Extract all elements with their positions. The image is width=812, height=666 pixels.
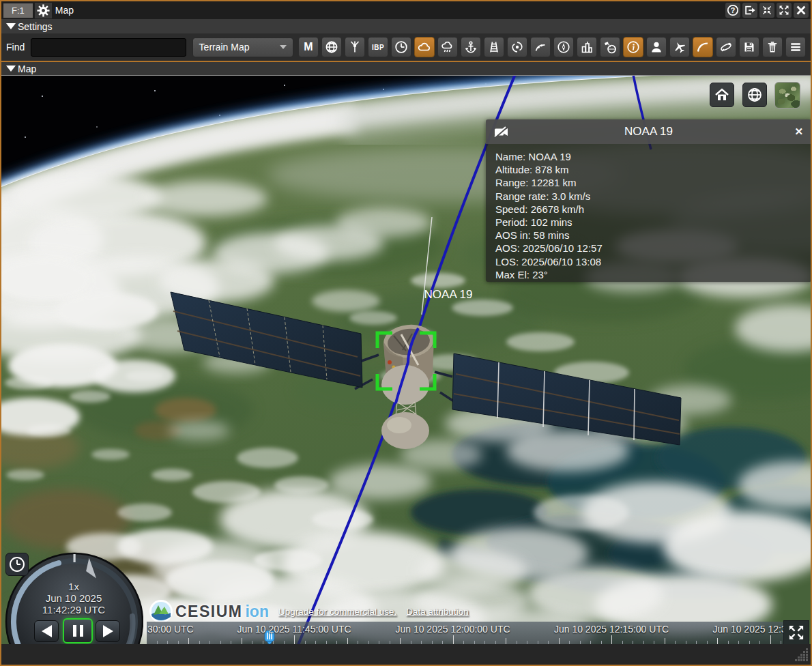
- undock-icon: [744, 4, 756, 16]
- timeline-label: Jun 10 2025 12:00:00 UTC: [395, 624, 510, 635]
- settings-section-header[interactable]: Settings: [1, 19, 811, 33]
- data-attribution-link[interactable]: Data attribution: [406, 607, 469, 617]
- realtime-clock-button[interactable]: [5, 553, 29, 576]
- toolbar-cyclone-button[interactable]: [507, 37, 527, 57]
- collapse-button[interactable]: [759, 3, 774, 18]
- timeline-label: 30:00 UTC: [147, 624, 194, 635]
- toolbar-precipitation-button[interactable]: [437, 37, 458, 57]
- timeline-tick: [294, 635, 295, 644]
- info-row-range-rate: Range rate: 3.0 km/s: [495, 190, 802, 203]
- settings-gear-button[interactable]: [35, 3, 52, 18]
- toolbar-globe-projection-button[interactable]: [321, 37, 342, 57]
- save-icon: [742, 40, 756, 54]
- cyclone-icon: [510, 40, 524, 54]
- sat-globe-icon: [603, 40, 617, 54]
- toolbar-antenna-button[interactable]: [345, 37, 365, 57]
- toolbar-aircraft-button[interactable]: [669, 37, 690, 57]
- toolbar-map-mode-label: M: [304, 41, 313, 53]
- timeline-tick: [770, 635, 771, 644]
- info-row-range: Range: 12281 km: [495, 176, 802, 189]
- help-button[interactable]: ?: [725, 3, 740, 18]
- info-row-aos: AOS: 2025/06/10 12:57: [495, 242, 802, 255]
- home-view-button[interactable]: [710, 83, 734, 107]
- toolbar-map-mode-button[interactable]: M: [298, 37, 319, 57]
- toolbar-compass-button[interactable]: [553, 37, 574, 57]
- clock-icon: [394, 40, 408, 54]
- toolbar-ibp-button[interactable]: IBP: [368, 37, 388, 57]
- toolbar-buttons: MIBP: [298, 37, 806, 57]
- plane-icon: [673, 40, 686, 54]
- globe-icon: [325, 40, 338, 54]
- timeline-tick: [242, 638, 242, 644]
- satellite-body: [381, 322, 435, 449]
- toolbar-ports-button[interactable]: [461, 37, 481, 57]
- undock-button[interactable]: [742, 3, 757, 18]
- resize-grip[interactable]: [795, 648, 809, 662]
- map-canvas[interactable]: NOAA 19: [1, 75, 811, 644]
- window-id-button[interactable]: F:1: [3, 3, 33, 18]
- play-button[interactable]: [96, 620, 120, 642]
- timeline[interactable]: 30:00 UTCJun 10 2025 11:45:00 UTCJun 10 …: [147, 622, 783, 644]
- toolbar-satellite-coverage-button[interactable]: [600, 37, 620, 57]
- toolbar-observer-button[interactable]: [646, 37, 667, 57]
- window-title: Map: [55, 5, 74, 16]
- toolbar-save-button[interactable]: [739, 37, 759, 57]
- toolbar-clock-overlay-button[interactable]: [391, 37, 411, 57]
- person-icon: [650, 40, 663, 54]
- timeline-tick: [506, 638, 506, 644]
- layer-picker-button[interactable]: [774, 82, 800, 108]
- reverse-button[interactable]: [34, 620, 59, 642]
- map-window: F:1 Map: [0, 0, 812, 666]
- toolbar-orbit-button[interactable]: [716, 37, 736, 57]
- close-button[interactable]: [794, 3, 809, 18]
- map-type-dropdown[interactable]: Terrain Map: [192, 38, 293, 57]
- fullscreen-button[interactable]: [783, 620, 809, 644]
- rails-icon: [487, 40, 501, 54]
- close-icon: [795, 4, 807, 16]
- info-panel-header[interactable]: NOAA 19 ✕: [486, 119, 811, 144]
- city-icon: [580, 40, 594, 54]
- timeline-label: Jun 10 2025 12:30:00 UTC: [712, 624, 783, 635]
- info-row-los: LOS: 2025/06/10 13:08: [495, 255, 802, 268]
- cesium-brand[interactable]: CESIUM: [175, 603, 242, 621]
- satellite-label[interactable]: NOAA 19: [424, 288, 473, 301]
- map-section-header[interactable]: Map: [1, 61, 811, 75]
- toolbar-delete-button[interactable]: [762, 37, 783, 57]
- animation-time: 11:42:29 UTC: [4, 604, 143, 616]
- animation-date: Jun 10 2025: [4, 592, 143, 604]
- curve-icon: [696, 40, 710, 54]
- toolbar-railways-button[interactable]: [484, 37, 504, 57]
- info-icon: [626, 40, 640, 54]
- toolbar-menu-button[interactable]: [785, 37, 806, 57]
- anchor-icon: [464, 40, 478, 54]
- timeline-tick: [559, 638, 560, 644]
- play-icon: [103, 625, 113, 637]
- upgrade-link[interactable]: Upgrade for commercial use.: [278, 607, 396, 617]
- toolbar-city-button[interactable]: [577, 37, 597, 57]
- info-row-max-el: Max El: 23°: [495, 268, 802, 281]
- toolbar-info-button[interactable]: [623, 37, 643, 57]
- rain-icon: [441, 40, 454, 54]
- cesium-ion[interactable]: ion: [245, 603, 269, 621]
- antenna-icon: [348, 40, 362, 54]
- status-bar: [1, 644, 811, 664]
- map-section-label: Map: [18, 63, 36, 74]
- timeline-tick: [347, 638, 348, 644]
- toolbar-pass-curve-button[interactable]: [693, 37, 713, 57]
- reverse-icon: [42, 625, 52, 637]
- info-close-button[interactable]: ✕: [794, 126, 803, 138]
- fullscreen-icon: [787, 623, 806, 642]
- find-input[interactable]: [31, 38, 186, 57]
- expand-button[interactable]: [777, 3, 792, 18]
- collapse-triangle-icon: [6, 66, 16, 72]
- timeline-tick: [665, 638, 665, 644]
- find-label: Find: [6, 42, 25, 53]
- cesium-credits: CESIUM ion Upgrade for commercial use. D…: [149, 598, 469, 625]
- globe-view-button[interactable]: [742, 83, 767, 107]
- home-icon: [714, 87, 729, 102]
- pause-button[interactable]: [63, 618, 93, 643]
- map-type-value: Terrain Map: [199, 42, 250, 53]
- cesium-logo[interactable]: [149, 599, 173, 624]
- toolbar-weather-front-button[interactable]: [530, 37, 551, 57]
- toolbar-clouds-button[interactable]: [414, 37, 435, 57]
